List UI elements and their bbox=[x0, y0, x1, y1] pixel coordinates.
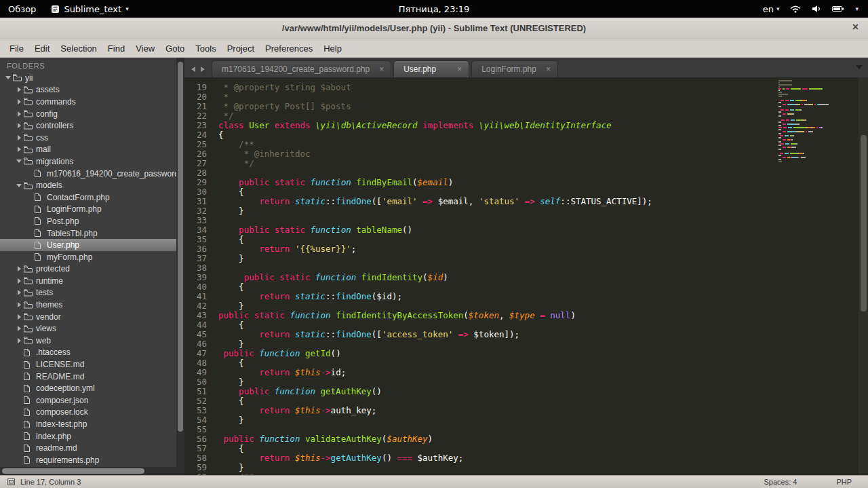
tree-file-LICENSE.md[interactable]: LICENSE.md bbox=[0, 358, 176, 371]
activities-button[interactable]: Обзор bbox=[8, 4, 36, 14]
app-menu[interactable]: Sublime_text ▾ bbox=[51, 4, 128, 14]
chevron-right-icon[interactable] bbox=[18, 326, 21, 331]
scrollbar-handle[interactable] bbox=[2, 468, 144, 474]
tree-folder-config[interactable]: config bbox=[0, 108, 176, 120]
chevron-right-icon[interactable] bbox=[18, 302, 21, 307]
tree-folder-yii[interactable]: yii bbox=[0, 72, 176, 84]
scrollbar-handle[interactable] bbox=[178, 62, 183, 432]
folder-icon bbox=[23, 157, 35, 166]
folder-icon bbox=[23, 301, 35, 309]
folder-icon bbox=[12, 73, 24, 82]
menu-item-view[interactable]: View bbox=[130, 41, 160, 56]
chevron-right-icon[interactable] bbox=[18, 266, 21, 271]
status-icon[interactable] bbox=[7, 477, 16, 487]
tree-folder-commands[interactable]: commands bbox=[0, 96, 176, 108]
desktop-top-bar: Обзор Sublime_text ▾ Пятница, 23:19 en ▾ bbox=[0, 0, 868, 18]
menu-item-find[interactable]: Find bbox=[102, 41, 130, 56]
folder-icon bbox=[23, 336, 35, 345]
tree-file-composer.lock[interactable]: composer.lock bbox=[0, 407, 176, 419]
window-close-button[interactable]: × bbox=[852, 21, 859, 33]
chevron-right-icon[interactable] bbox=[18, 123, 21, 128]
battery-icon[interactable] bbox=[832, 5, 844, 12]
tree-file-myForm.php[interactable]: myForm.php bbox=[0, 251, 176, 263]
menu-item-project[interactable]: Project bbox=[222, 41, 260, 56]
tree-folder-vendor[interactable]: vendor bbox=[0, 311, 176, 323]
syntax-setting[interactable]: PHP bbox=[836, 478, 852, 486]
chevron-right-icon[interactable] bbox=[18, 111, 21, 117]
tab-m170616_194200_create_password.php[interactable]: m170616_194200_create_password.php× bbox=[212, 60, 391, 77]
chevron-right-icon[interactable] bbox=[18, 278, 21, 284]
tree-folder-themes[interactable]: themes bbox=[0, 299, 176, 311]
chevron-right-icon[interactable] bbox=[18, 87, 21, 92]
sidebar-vertical-scrollbar[interactable] bbox=[176, 58, 184, 475]
keyboard-layout-indicator[interactable]: en ▾ bbox=[763, 4, 780, 14]
menu-item-goto[interactable]: Goto bbox=[160, 41, 190, 56]
minimap[interactable] bbox=[778, 80, 835, 162]
folder-icon bbox=[23, 276, 35, 285]
tree-file-readme.md[interactable]: readme.md bbox=[0, 442, 176, 454]
clock[interactable]: Пятница, 23:19 bbox=[399, 4, 470, 14]
tree-file-index.php[interactable]: index.php bbox=[0, 430, 176, 443]
menu-item-tools[interactable]: Tools bbox=[190, 41, 221, 56]
tab-scroll-right-icon[interactable] bbox=[201, 67, 205, 72]
chevron-down-icon[interactable] bbox=[5, 76, 11, 79]
menu-item-preferences[interactable]: Preferences bbox=[260, 41, 318, 56]
tab-bar: m170616_194200_create_password.php×User.… bbox=[184, 58, 868, 77]
chevron-down-icon[interactable] bbox=[16, 159, 22, 163]
tree-folder-migrations[interactable]: migrations bbox=[0, 155, 176, 168]
tree-folder-models[interactable]: models bbox=[0, 179, 176, 191]
tab-LoginForm.php[interactable]: LoginForm.php× bbox=[471, 60, 558, 77]
file-icon bbox=[23, 384, 35, 393]
sidebar-horizontal-scrollbar[interactable] bbox=[0, 467, 176, 475]
folder-icon bbox=[23, 265, 35, 274]
tab-close-icon[interactable]: × bbox=[379, 64, 384, 74]
chevron-right-icon[interactable] bbox=[18, 135, 21, 140]
volume-icon[interactable] bbox=[812, 5, 821, 13]
tree-folder-protected[interactable]: protected bbox=[0, 263, 176, 276]
tree-folder-css[interactable]: css bbox=[0, 132, 176, 144]
chevron-down-icon[interactable] bbox=[16, 184, 22, 187]
tree-file-TablesTbl.php[interactable]: TablesTbl.php bbox=[0, 227, 176, 240]
tree-folder-mail[interactable]: mail bbox=[0, 144, 176, 156]
chevron-down-icon: ▾ bbox=[125, 5, 129, 12]
tab-overflow-icon[interactable] bbox=[856, 65, 863, 69]
tree-file-index-test.php[interactable]: index-test.php bbox=[0, 418, 176, 430]
chevron-right-icon[interactable] bbox=[18, 338, 21, 343]
tree-file-Post.php[interactable]: Post.php bbox=[0, 215, 176, 227]
tree-folder-views[interactable]: views bbox=[0, 322, 176, 335]
tree-file-README.md[interactable]: README.md bbox=[0, 371, 176, 383]
tree-folder-web[interactable]: web bbox=[0, 335, 176, 347]
folder-icon bbox=[23, 181, 35, 190]
chevron-right-icon[interactable] bbox=[18, 147, 21, 152]
tree-folder-tests[interactable]: tests bbox=[0, 287, 176, 299]
window-title-bar[interactable]: /var/www/html/yii/models/User.php (yii) … bbox=[0, 18, 868, 39]
chevron-right-icon[interactable] bbox=[18, 290, 21, 295]
tree-folder-assets[interactable]: assets bbox=[0, 84, 176, 96]
tree-file-requirements.php[interactable]: requirements.php bbox=[0, 454, 176, 466]
editor-scrollbar-handle[interactable] bbox=[861, 135, 867, 312]
tab-close-icon[interactable]: × bbox=[546, 64, 551, 74]
tab-close-icon[interactable]: × bbox=[457, 64, 462, 74]
tree-file-User.php[interactable]: User.php bbox=[0, 239, 176, 251]
menu-item-file[interactable]: File bbox=[4, 41, 29, 56]
tree-file-composer.json[interactable]: composer.json bbox=[0, 394, 176, 407]
tree-file-m170616_194200_create_password.[interactable]: m170616_194200_create_password. bbox=[0, 168, 176, 180]
tree-file-ContactForm.php[interactable]: ContactForm.php bbox=[0, 191, 176, 204]
menu-item-edit[interactable]: Edit bbox=[29, 41, 55, 56]
tab-User.php[interactable]: User.php× bbox=[393, 60, 469, 77]
menu-item-selection[interactable]: Selection bbox=[55, 41, 102, 56]
file-icon bbox=[34, 169, 45, 178]
tree-file-codeception.yml[interactable]: codeception.yml bbox=[0, 382, 176, 394]
chevron-right-icon[interactable] bbox=[18, 99, 21, 105]
file-icon bbox=[23, 408, 35, 417]
chevron-right-icon[interactable] bbox=[18, 314, 21, 320]
tree-file-LoginForm.php[interactable]: LoginForm.php bbox=[0, 204, 176, 216]
tree-file-.htaccess[interactable]: .htaccess bbox=[0, 347, 176, 359]
wifi-icon[interactable] bbox=[790, 5, 801, 13]
tree-folder-controllers[interactable]: controllers bbox=[0, 119, 176, 132]
indentation-setting[interactable]: Spaces: 4 bbox=[764, 478, 797, 486]
code-editor[interactable]: 1920212223242526272829303132333435363738… bbox=[184, 77, 868, 475]
tree-folder-runtime[interactable]: runtime bbox=[0, 275, 176, 287]
menu-item-help[interactable]: Help bbox=[318, 41, 347, 56]
tab-scroll-left-icon[interactable] bbox=[191, 67, 195, 72]
